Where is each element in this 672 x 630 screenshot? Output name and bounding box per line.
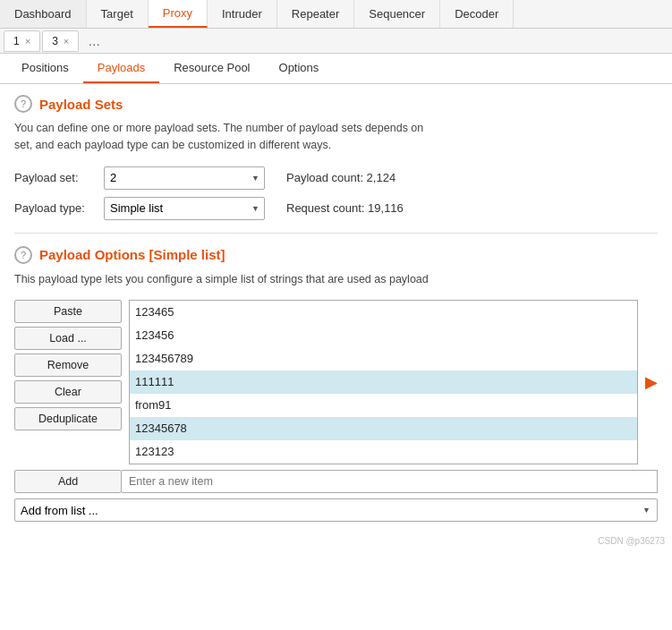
sub-tab-bar: Positions Payloads Resource Pool Options [0, 54, 672, 84]
tab-resource-pool[interactable]: Resource Pool [159, 54, 264, 83]
add-button[interactable]: Add [14, 470, 122, 493]
tab-strip: 1 × 3 × … [0, 29, 672, 54]
tab-positions[interactable]: Positions [7, 54, 83, 83]
add-from-list-wrapper: Add from list ... [14, 498, 658, 522]
main-content: ? Payload Sets You can define one or mor… [0, 84, 672, 532]
nav-sequencer[interactable]: Sequencer [354, 0, 440, 28]
tab-more[interactable]: … [81, 34, 107, 48]
section-divider [14, 233, 658, 234]
nav-intruder[interactable]: Intruder [208, 0, 277, 28]
list-item[interactable]: 12345678 [130, 417, 637, 440]
list-item[interactable]: 123456 [130, 324, 637, 347]
list-scroll-arrow: ▶ [645, 372, 658, 392]
list-item[interactable]: from91 [130, 394, 637, 417]
payload-type-label: Payload type: [14, 201, 104, 215]
list-item[interactable]: 111111 [130, 370, 637, 394]
payload-list[interactable]: 123465 123456 123456789 111111 from91 12… [129, 300, 638, 464]
list-item[interactable]: 123465 [130, 301, 637, 324]
nav-dashboard[interactable]: Dashboard [0, 0, 87, 28]
payload-options-title: Payload Options [Simple list] [39, 247, 225, 262]
payload-set-select-wrapper: 2 1 3 [104, 166, 265, 190]
request-count: Request count: 19,116 [286, 201, 404, 215]
payload-list-area: Paste Load ... Remove Clear Deduplicate … [14, 300, 658, 464]
payload-options-help[interactable]: ? [14, 246, 32, 264]
deduplicate-button[interactable]: Deduplicate [14, 407, 122, 430]
payload-type-select-wrapper: Simple list Runtime file Custom iterator [104, 197, 265, 220]
remove-button[interactable]: Remove [14, 353, 122, 377]
payload-set-label: Payload set: [14, 171, 104, 184]
nav-repeater[interactable]: Repeater [277, 0, 354, 28]
nav-bar: Dashboard Target Proxy Intruder Repeater… [0, 0, 672, 29]
tab-1[interactable]: 1 × [4, 30, 40, 52]
add-from-list-row: Add from list ... [14, 498, 658, 522]
load-button[interactable]: Load ... [14, 327, 122, 350]
add-input[interactable] [122, 470, 658, 493]
list-item[interactable]: 123456789 [130, 347, 637, 370]
payload-options-header: ? Payload Options [Simple list] [14, 246, 658, 264]
payload-sets-header: ? Payload Sets [14, 95, 658, 113]
payload-options-desc: This payload type lets you configure a s… [14, 271, 658, 288]
nav-decoder[interactable]: Decoder [440, 0, 514, 28]
payload-sets-desc: You can define one or more payload sets.… [14, 120, 658, 154]
payload-count: Payload count: 2,124 [286, 171, 396, 184]
nav-proxy[interactable]: Proxy [149, 0, 208, 28]
action-buttons: Paste Load ... Remove Clear Deduplicate [14, 300, 122, 464]
add-from-list-select[interactable]: Add from list ... [14, 498, 658, 522]
list-item[interactable]: 123123 [130, 440, 637, 464]
tab-3[interactable]: 3 × [42, 30, 79, 52]
paste-button[interactable]: Paste [14, 300, 122, 323]
tab-3-close[interactable]: × [64, 36, 69, 47]
payload-type-select[interactable]: Simple list Runtime file Custom iterator [104, 197, 265, 220]
payload-set-select[interactable]: 2 1 3 [104, 166, 265, 190]
payload-set-row: Payload set: 2 1 3 Payload count: 2,124 [14, 166, 658, 190]
payload-sets-title: Payload Sets [39, 97, 123, 112]
nav-target[interactable]: Target [87, 0, 149, 28]
tab-options[interactable]: Options [265, 54, 334, 83]
watermark: CSDN @p36273 [0, 532, 672, 549]
payload-sets-help[interactable]: ? [14, 95, 32, 113]
payload-type-row: Payload type: Simple list Runtime file C… [14, 197, 658, 220]
tab-1-close[interactable]: × [25, 36, 30, 47]
tab-payloads[interactable]: Payloads [83, 54, 159, 83]
clear-button[interactable]: Clear [14, 380, 122, 404]
add-row: Add [14, 470, 658, 493]
